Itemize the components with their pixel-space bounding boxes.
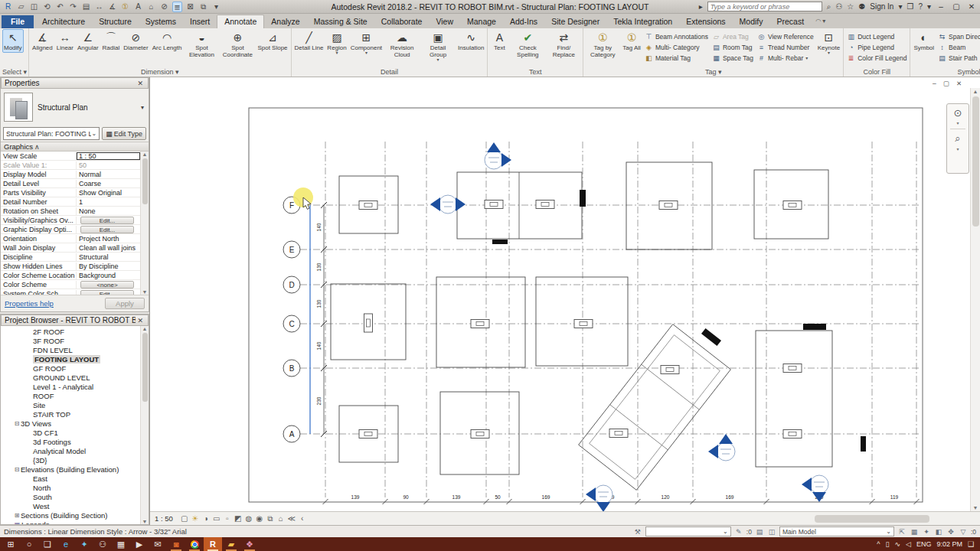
browser-item-3f-roof[interactable]: 3F ROOF bbox=[1, 336, 149, 345]
property-value[interactable]: <none> bbox=[77, 281, 140, 289]
tab-site-designer[interactable]: Site Designer bbox=[544, 15, 606, 28]
browser-item-3d-cf1[interactable]: 3D CF1 bbox=[1, 428, 149, 437]
vertical-scrollbar[interactable]: ▲ ▼ bbox=[970, 88, 980, 511]
elevation-marker[interactable] bbox=[708, 434, 735, 461]
color-fill-legend-button[interactable]: ≣Color Fill Legend bbox=[845, 53, 908, 63]
property-value[interactable]: Project North bbox=[77, 235, 140, 243]
taskbar-edge-icon[interactable]: e bbox=[57, 537, 75, 551]
drag-on-selection-icon[interactable]: ✥ bbox=[946, 528, 956, 536]
linear-button[interactable]: ↔Linear bbox=[55, 29, 75, 53]
taskbar-photos-icon[interactable]: ❖ bbox=[240, 537, 259, 551]
stair-path-button[interactable]: ▤Stair Path bbox=[936, 53, 980, 63]
find-replace-button[interactable]: ⇄Find/ Replace bbox=[546, 29, 581, 60]
duct-legend-button[interactable]: ▥Duct Legend bbox=[845, 31, 908, 41]
open-icon[interactable]: ▱ bbox=[16, 2, 26, 12]
room-tag-button[interactable]: ▤Room Tag bbox=[710, 42, 755, 52]
property-row-orientation[interactable]: OrientationProject North bbox=[1, 234, 140, 243]
project-browser-close-icon[interactable]: ✕ bbox=[136, 317, 145, 324]
property-value[interactable]: Coarse bbox=[77, 180, 140, 187]
material-tag-button[interactable]: ◧Material Tag bbox=[643, 53, 710, 63]
property-value[interactable]: Edit... bbox=[77, 226, 140, 233]
view-selector-combo[interactable]: Structural Plan: FOOTING LAYOUT ⌄ bbox=[3, 127, 100, 140]
span-direction-button[interactable]: ⇆Span Direction bbox=[936, 31, 980, 41]
section-icon[interactable]: ⊘ bbox=[159, 2, 169, 12]
measure-icon[interactable]: ↔ bbox=[94, 2, 104, 12]
exchange-apps-icon[interactable]: ❒ bbox=[906, 2, 913, 11]
redo-icon[interactable]: ↷ bbox=[68, 2, 78, 12]
active-workset-icon[interactable]: ▤ bbox=[755, 528, 764, 536]
view-close-icon[interactable]: ✕ bbox=[956, 80, 962, 87]
radial-button[interactable]: ⌒Radial bbox=[101, 29, 122, 53]
spot-elevation-button[interactable]: ◒Spot Elevation bbox=[184, 29, 219, 60]
properties-help-link[interactable]: Properties help bbox=[5, 299, 105, 308]
tread-number-button[interactable]: ≡Tread Number bbox=[756, 42, 815, 52]
browser-item-footing-layout[interactable]: FOOTING LAYOUT bbox=[1, 354, 149, 364]
multi-category-button[interactable]: ◈Multi- Category bbox=[643, 42, 710, 52]
scroll-up-icon[interactable]: ▲ bbox=[142, 326, 148, 331]
elevation-marker[interactable] bbox=[586, 485, 612, 511]
taskbar-people-icon[interactable]: ⚇ bbox=[93, 537, 112, 551]
elevation-marker[interactable] bbox=[485, 142, 511, 169]
panel-label-tag[interactable]: Tag ▾ bbox=[585, 67, 841, 77]
browser-item-3d-footings[interactable]: 3d Footings bbox=[1, 437, 149, 446]
taskbar-start-icon[interactable]: ⊞ bbox=[2, 537, 20, 551]
tab-insert[interactable]: Insert bbox=[183, 15, 217, 28]
hide-analytical-model-icon[interactable]: ⌂ bbox=[276, 514, 286, 523]
property-value[interactable]: 1 bbox=[77, 198, 140, 206]
horizontal-scrollbar[interactable] bbox=[309, 514, 977, 523]
property-row-system-color-sch[interactable]: System Color Sch...Edit... bbox=[1, 289, 140, 295]
crop-view-icon[interactable]: ▭ bbox=[211, 514, 222, 523]
language-indicator[interactable]: ENG bbox=[916, 540, 932, 548]
collapse-icon[interactable]: ‹ bbox=[297, 514, 308, 523]
property-edit-button[interactable]: Edit... bbox=[80, 226, 134, 233]
browser-item-3d[interactable]: {3D} bbox=[1, 455, 149, 465]
visual-style-icon[interactable]: ▢ bbox=[179, 514, 190, 523]
worksets-icon[interactable]: ⚒ bbox=[633, 528, 642, 536]
browser-item-sections-building-section[interactable]: ⊞Sections (Building Section) bbox=[1, 510, 149, 520]
tab-precast[interactable]: Precast bbox=[770, 15, 812, 28]
notification-center-icon[interactable]: ❑ bbox=[968, 540, 974, 548]
revision-cloud-button[interactable]: ☁Revision Cloud bbox=[384, 29, 420, 60]
scrollbar-thumb[interactable] bbox=[142, 158, 148, 204]
browser-item-gf-roof[interactable]: GF ROOF bbox=[1, 364, 149, 373]
taskbar-calculator-icon[interactable]: ▦ bbox=[112, 537, 130, 551]
thin-lines-icon[interactable]: ≣ bbox=[172, 2, 182, 12]
edit-type-button[interactable]: ▦ Edit Type bbox=[102, 127, 146, 140]
sign-in-dropdown-icon[interactable]: ▾ bbox=[898, 2, 902, 11]
property-row-show-hidden-lines[interactable]: Show Hidden LinesBy Discipline bbox=[1, 262, 140, 271]
pipe-legend-button[interactable]: ◔Pipe Legend bbox=[845, 42, 908, 52]
scrollbar-thumb[interactable] bbox=[142, 333, 148, 402]
select-links-icon[interactable]: ⇱ bbox=[897, 528, 906, 536]
property-row-view-scale[interactable]: View Scale1 : 50 bbox=[1, 152, 140, 161]
beam-button[interactable]: ↕Beam bbox=[936, 42, 980, 52]
zoom-icon[interactable]: ⌕ bbox=[955, 132, 960, 145]
browser-item-east[interactable]: East bbox=[1, 474, 149, 483]
browser-item-2f-roof[interactable]: 2F ROOF bbox=[1, 327, 149, 336]
select-pinned-icon[interactable]: ✦ bbox=[922, 528, 931, 536]
drawing-area[interactable]: FEDCBA1401301301402301399013950169129120… bbox=[150, 77, 980, 525]
property-row-discipline[interactable]: DisciplineStructural bbox=[1, 253, 140, 262]
section-collapse-icon[interactable]: ∧ bbox=[33, 143, 41, 151]
tag-by-category-icon[interactable]: ① bbox=[120, 2, 130, 12]
property-row-detail-number[interactable]: Detail Number1 bbox=[1, 197, 140, 207]
shadows-icon[interactable]: ◑ bbox=[201, 514, 211, 523]
property-row-visibility-graphics-ov[interactable]: Visibility/Graphics Ov...Edit... bbox=[1, 216, 140, 225]
property-value[interactable]: Edit... bbox=[77, 217, 140, 224]
help-icon[interactable]: ? bbox=[918, 2, 923, 11]
taskbar-task-view-icon[interactable]: ❏ bbox=[38, 537, 57, 551]
close-inactive-windows-icon[interactable]: ⊠ bbox=[185, 2, 195, 12]
component-button[interactable]: ⊞Component▾ bbox=[349, 29, 384, 57]
ribbon-display-toggle[interactable]: ◠ ▾ bbox=[815, 18, 825, 24]
tab-structure[interactable]: Structure bbox=[92, 15, 139, 28]
browser-item-3d-views[interactable]: ⊟3D Views bbox=[1, 419, 149, 428]
user-icon[interactable]: ⚉ bbox=[858, 2, 865, 11]
property-value[interactable]: Clean all wall joins bbox=[77, 244, 140, 252]
property-row-color-scheme-location[interactable]: Color Scheme LocationBackground bbox=[1, 271, 140, 280]
space-tag-button[interactable]: ▦Space Tag bbox=[710, 53, 755, 63]
tree-scrollbar[interactable]: ▲ ▼ bbox=[140, 326, 149, 524]
editable-only-icon[interactable]: ✎ bbox=[734, 528, 743, 536]
select-underlay-icon[interactable]: ▦ bbox=[910, 528, 919, 536]
tag-all-button[interactable]: ①Tag All bbox=[621, 29, 642, 53]
scroll-up-icon[interactable]: ▲ bbox=[973, 89, 978, 94]
tab-analyze[interactable]: Analyze bbox=[264, 15, 306, 28]
